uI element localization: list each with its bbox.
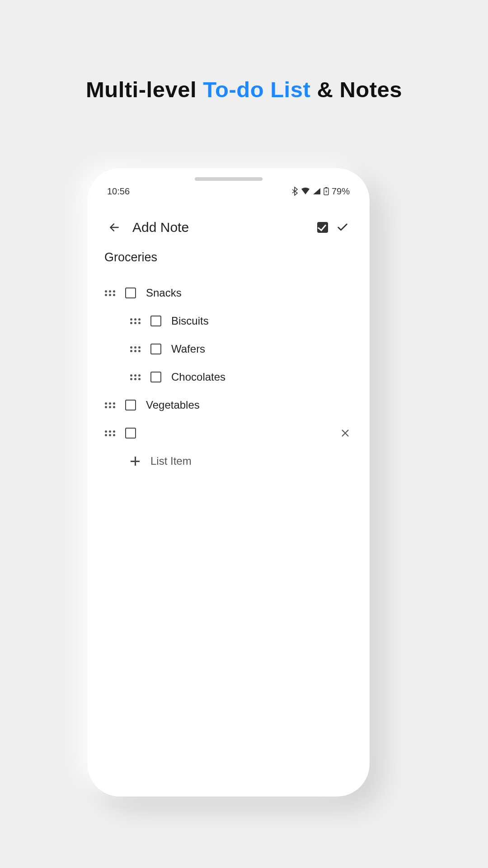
list-item: Biscuits: [104, 307, 352, 335]
item-checkbox[interactable]: [150, 344, 161, 354]
drag-handle-icon[interactable]: [104, 400, 115, 410]
list-item: Vegetables: [104, 391, 352, 419]
list-item: Chocolates: [104, 363, 352, 391]
close-icon: [340, 428, 350, 438]
marketing-headline: Multi-level To-do List & Notes: [0, 77, 488, 102]
item-text-input[interactable]: Biscuits: [171, 315, 209, 327]
app-bar: Add Note: [94, 212, 363, 243]
device-screen: 10:56 79% Add Note Groceries: [94, 175, 363, 790]
drag-handle-icon[interactable]: [104, 288, 115, 298]
arrow-left-icon: [108, 222, 120, 233]
check-icon: [336, 221, 349, 234]
device-speaker-notch: [195, 177, 263, 181]
app-bar-title: Add Note: [132, 220, 189, 235]
bluetooth-icon: [292, 187, 298, 196]
drag-handle-icon[interactable]: [130, 316, 141, 326]
add-list-item-label: List Item: [150, 455, 192, 467]
back-button[interactable]: [104, 217, 124, 237]
svg-rect-1: [325, 187, 327, 188]
wifi-icon: [301, 188, 310, 195]
list-item: Wafers: [104, 335, 352, 363]
checkbox-filled-icon: [317, 222, 328, 233]
item-text-input[interactable]: Wafers: [171, 343, 205, 355]
drag-handle-icon[interactable]: [104, 428, 115, 439]
item-checkbox[interactable]: [125, 428, 136, 439]
item-checkbox[interactable]: [150, 372, 161, 382]
status-right: 79%: [292, 186, 350, 197]
list-item: Snacks: [104, 279, 352, 307]
plus-icon: [130, 456, 141, 467]
device-frame: 10:56 79% Add Note Groceries: [87, 168, 370, 797]
toggle-checkboxes-button[interactable]: [313, 217, 333, 237]
item-text-input[interactable]: Vegetables: [146, 399, 200, 411]
checklist: SnacksBiscuitsWafersChocolatesVegetables: [104, 279, 352, 447]
status-time: 10:56: [107, 186, 130, 197]
headline-post: & Notes: [310, 77, 402, 102]
battery-icon: [324, 187, 329, 195]
add-list-item-row[interactable]: List Item: [104, 447, 352, 475]
drag-handle-icon[interactable]: [130, 372, 141, 382]
note-content-area: Groceries SnacksBiscuitsWafersChocolates…: [94, 250, 363, 790]
status-bar: 10:56 79%: [94, 184, 363, 198]
status-battery-pct: 79%: [332, 186, 350, 197]
list-item: [104, 419, 352, 447]
note-title-input[interactable]: Groceries: [104, 250, 352, 264]
save-button[interactable]: [333, 217, 352, 237]
item-checkbox[interactable]: [125, 400, 136, 410]
item-checkbox[interactable]: [150, 316, 161, 326]
item-text-input[interactable]: Chocolates: [171, 371, 225, 383]
headline-accent: To-do List: [203, 77, 310, 102]
item-checkbox[interactable]: [125, 288, 136, 298]
remove-item-button[interactable]: [338, 426, 352, 440]
cell-signal-icon: [313, 188, 321, 195]
drag-handle-icon[interactable]: [130, 344, 141, 354]
headline-pre: Multi-level: [86, 77, 203, 102]
item-text-input[interactable]: Snacks: [146, 287, 182, 299]
